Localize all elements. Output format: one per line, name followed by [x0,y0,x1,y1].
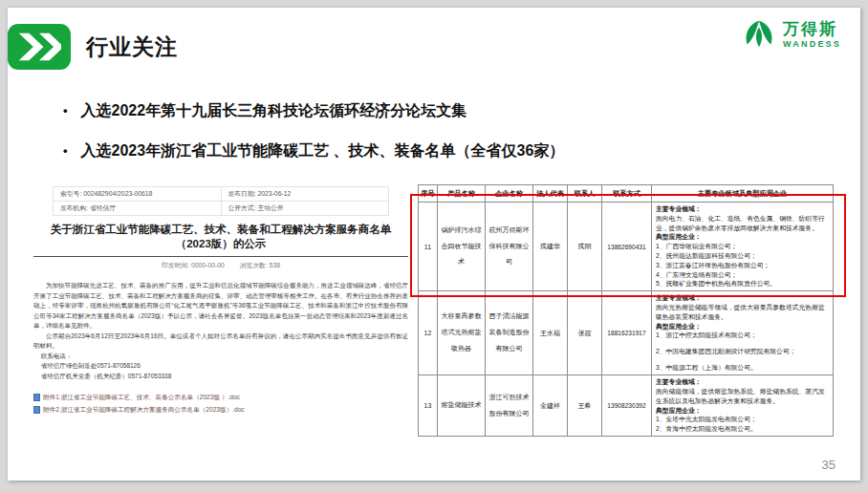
doc-print-time: 印发时间: 0000-00-00 [162,262,225,268]
double-chevron-glyph [17,31,61,63]
col-header-domain: 主要专业领域及典型应用企业 [652,185,834,203]
wandess-logo-text: 万得斯 WANDESS [783,21,841,49]
provider-table: 序号 产品名称 企业名称 法人代表 联系人 联系方式 主要专业领域及典型应用企业… [418,184,834,437]
doc-paragraph: 公示期自2023年6月12日至2023年6月16日。单位或者个人如对公示名单持有… [33,332,408,352]
page-number: 35 [822,458,835,472]
double-chevron-icon [8,24,71,70]
cell-no: 11 [419,203,438,291]
bullet-dot: • [63,103,68,118]
cell-legal: 戎建华 [533,203,568,291]
cell-phone: 13908230392 [602,375,652,437]
bullet-item-1: • 入选2022年第十九届长三角科技论坛循环经济分论坛文集 [63,101,467,121]
doc-file-icon [33,394,40,401]
page-title: 行业关注 [86,32,178,62]
cell-domain-detail: 主要专业领域： 面向储能领域，提供熔盐加热系统、熔盐储热系统、蒸汽发生系统以及电… [652,375,834,437]
attachment-label: 附件1.浙江省工业节能降碳工艺、技术、装备公示名单（2023版 ）.doc [43,391,240,403]
app-company-item: 2、中国电建集团西北勘测设计研究院有限公司； [656,347,829,356]
cell-product: 熔盐储能技术 [438,375,486,437]
bullet-item-2: • 入选2023年浙江省工业节能降碳工艺 、技术、装备名单（全省仅36家） [63,141,564,161]
cell-no: 12 [419,291,438,375]
app-company-item: 1、广西华银铝业有限公司； [656,242,829,251]
doc-file-icon [33,406,40,414]
bullet-text: 入选2023年浙江省工业节能降碳工艺 、技术、装备名单（全省仅36家） [81,141,565,161]
cell-company: 西子清洁能源装备制造股份有限公司 [486,291,533,375]
app-company-item: 5、抚顺矿业集团中机热电有限责任公司。 [656,279,829,289]
cell-product: 锅炉排污水综合回收节能技术 [438,203,486,291]
domain-label: 主要专业领域： [656,293,829,303]
table-row-11: 11 锅炉排污水综合回收节能技术 杭州万得斯环保科技有限公司 戎建华 戎阳 13… [419,203,834,291]
table-row-12: 12 大容量高参数塔式光热熔盐吸热器 西子清洁能源装备制造股份有限公司 王水福 … [419,291,834,375]
table-row-13: 13 熔盐储能技术 浙江可胜技术股份有限公司 金建祥 王希 1390823039… [419,375,834,437]
doc-meta-table: 索引号: 002482904/2023-00618 发布日期: 2023-06-… [53,186,389,216]
cell-contact: 王希 [568,375,602,437]
apps-label: 典型应用企业： [656,232,829,242]
attachment-link-1[interactable]: 附件1.浙江省工业节能降碳工艺、技术、装备公示名单（2023版 ）.doc [33,391,408,403]
domain-text: 面向电力、石油、化工、造纸、有色金属、钢铁、纺织等行业，提供锅炉余热废水零排放回… [656,214,829,233]
doc-body: 为加快节能降碳先进工艺、技术、装备的推广应用，提升工业和信息化领域节能降碳综合服… [33,281,408,352]
cell-domain-detail: 主要专业领域： 面向电力、石油、化工、造纸、有色金属、钢铁、纺织等行业，提供锅炉… [652,203,834,291]
attachment-link-2[interactable]: 附件2.浙江省工业节能降碳工程解决方案服务商公示名单（2023版）.doc [33,403,408,416]
col-header-company: 企业名称 [486,185,533,203]
cell-phone: 13862690431 [602,203,652,291]
cell-product: 大容量高参数塔式光热熔盐吸热器 [438,291,486,375]
cell-legal: 王水福 [533,291,568,375]
domain-text: 面向光热熔盐储能等领域，提供大容量高参数塔式光热熔盐吸热器装置和技术服务。 [656,303,829,322]
cell-phone: 18816231917 [602,291,652,375]
logo-name-cn: 万得斯 [783,21,841,37]
domain-label: 主要专业领域： [656,204,829,214]
apps-label: 典型应用企业： [656,406,829,416]
doc-stats: 印发时间: 0000-00-00 浏览次数: 538 [33,261,408,270]
cell-contact: 张霞 [568,291,602,375]
notice-document: 索引号: 002482904/2023-00618 发布日期: 2023-06-… [33,186,408,416]
cell-company: 杭州万得斯环保科技有限公司 [486,203,533,291]
cell-no: 13 [419,375,438,437]
table-header-row: 序号 产品名称 企业名称 法人代表 联系人 联系方式 主要专业领域及典型应用企业 [419,185,834,203]
doc-meta-index: 索引号: 002482904/2023-00618 [54,187,222,202]
app-company-item: 3、浙江富春江环保热电股份有限公司； [656,261,829,270]
cell-contact: 戎阳 [568,203,602,291]
app-company-item: 2、抚州能达新能源科技有限公司； [656,251,829,261]
attachment-label: 附件2.浙江省工业节能降碳工程解决方案服务商公示名单（2023版）.doc [43,403,245,416]
bullet-dot: • [63,143,68,158]
app-company-item: 1、浙江中控太阳能技术有限公司； [656,331,829,340]
doc-title: 关于浙江省工业节能降碳工艺、技术、装备和工程解决方案服务商名单（2023版）的公… [33,223,408,251]
col-header-contact: 联系人 [568,185,602,203]
doc-divider [33,256,408,257]
wandess-logo: 万得斯 WANDESS [741,16,841,53]
col-header-legal: 法人代表 [533,185,568,203]
col-header-phone: 联系方式 [602,185,652,203]
doc-meta-date: 发布日期: 2023-06-12 [221,187,389,202]
col-header-no: 序号 [419,185,438,203]
doc-contact-line: 联系电话： [33,352,408,362]
domain-text: 面向储能领域，提供熔盐加热系统、熔盐储热系统、蒸汽发生系统以及电加热器解决方案和… [656,387,829,406]
apps-label: 典型应用企业： [656,322,829,332]
app-company-item: 1、金塔中光太阳能发电有限公司； [656,415,829,424]
doc-paragraph: 为加快节能降碳先进工艺、技术、装备的推广应用，提升工业和信息化领域节能降碳综合服… [33,281,408,332]
col-header-product: 产品名称 [438,185,486,203]
doc-meta-method: 公开方式: 主动公开 [221,202,389,216]
wandess-plant-icon [741,16,777,53]
app-company-item: 4、广东理文造纸有限公司； [656,270,829,280]
doc-contact-line: 省经信厅机关党委（机关纪委）0571-87053338 [33,372,408,382]
app-company-item: 2、青海中控太阳能发电有限公司。 [656,424,829,434]
cell-company: 浙江可胜技术股份有限公司 [486,375,533,437]
doc-contact-line: 省经信厅绿色制造处0571-87058126 [33,361,408,372]
cell-domain-detail: 主要专业领域： 面向光热熔盐储能等领域，提供大容量高参数塔式光热熔盐吸热器装置和… [652,291,834,375]
doc-attachments: 附件1.浙江省工业节能降碳工艺、技术、装备公示名单（2023版 ）.doc 附件… [33,391,408,416]
slide: 行业关注 万得斯 WANDESS • 入选2022年第十九届长三角科技论坛循环经… [8,8,860,481]
logo-name-en: WANDESS [783,40,841,49]
doc-meta-org: 发布机构: 省经信厅 [54,202,222,216]
bullet-text: 入选2022年第十九届长三角科技论坛循环经济分论坛文集 [81,101,467,121]
cell-legal: 金建祥 [533,375,568,437]
domain-label: 主要专业领域： [656,377,829,387]
app-company-item: 3、中能源工程（上海）有限公司。 [656,363,829,373]
doc-view-count: 浏览次数: 538 [240,262,280,268]
